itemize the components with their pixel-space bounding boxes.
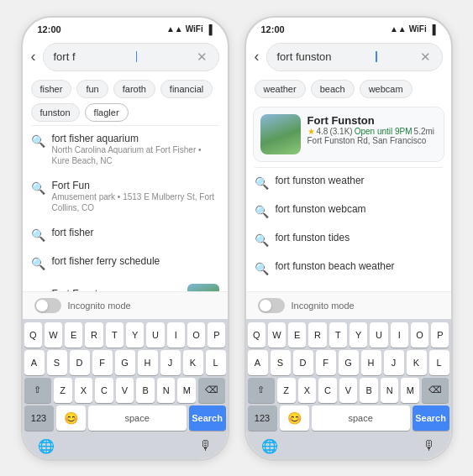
key-emoji[interactable]: 😊 [56, 405, 86, 431]
key2-c[interactable]: C [318, 378, 337, 403]
key2-j[interactable]: J [384, 350, 404, 375]
globe-icon-1[interactable]: 🌐 [38, 438, 55, 454]
key-k[interactable]: K [183, 350, 203, 375]
key-c[interactable]: C [95, 378, 113, 403]
incognito-toggle-1[interactable] [34, 298, 61, 313]
key-o[interactable]: O [187, 322, 205, 348]
key2-w[interactable]: W [268, 322, 286, 348]
suggestion-fort-fisher[interactable]: 🔍 fort fisher [23, 220, 228, 248]
key2-123[interactable]: 123 [248, 405, 277, 431]
back-button-2[interactable]: ‹ [255, 48, 260, 65]
search-input-1[interactable]: fort f ✕ [43, 43, 219, 71]
key2-b[interactable]: B [360, 378, 378, 403]
suggestion-fort-fisher-ferry[interactable]: 🔍 fort fisher ferry schedule [23, 248, 228, 277]
key-t[interactable]: T [106, 322, 124, 348]
key2-v[interactable]: V [339, 378, 358, 403]
key2-y[interactable]: Y [349, 322, 367, 348]
key2-a[interactable]: A [248, 350, 268, 375]
key2-q[interactable]: Q [248, 322, 265, 348]
key-a[interactable]: A [24, 350, 45, 375]
key-n[interactable]: N [157, 378, 176, 403]
key2-k[interactable]: K [407, 350, 427, 375]
suggestion-fort-funston-1[interactable]: 🔍 Fort Funston Park • Fort Funston Rd, S… [23, 277, 228, 291]
key-m[interactable]: M [177, 378, 196, 403]
mic-icon-2[interactable]: 🎙 [423, 438, 436, 453]
key-v[interactable]: V [116, 378, 134, 403]
suggestion-2-beach-weather[interactable]: 🔍 fort funston beach weather [246, 254, 451, 282]
key-x[interactable]: X [75, 378, 93, 403]
chip-funston[interactable]: funston [31, 103, 80, 122]
key2-h[interactable]: H [361, 350, 381, 375]
chip-beach[interactable]: beach [311, 80, 355, 98]
key-space[interactable]: space [88, 405, 187, 431]
key-e[interactable]: E [65, 322, 82, 348]
search-input-2[interactable]: fort funston ✕ [266, 43, 443, 71]
key-j[interactable]: J [160, 350, 181, 375]
key2-space[interactable]: space [312, 405, 410, 431]
key-h[interactable]: H [138, 350, 158, 375]
key2-emoji[interactable]: 😊 [280, 405, 309, 431]
key2-x[interactable]: X [298, 378, 317, 403]
key2-g[interactable]: G [339, 350, 359, 375]
keyboard-2: Q W E R T Y U I O P A S D F G H J K L ⇧ … [246, 319, 451, 435]
key2-d[interactable]: D [293, 350, 313, 375]
chip-faroth[interactable]: faroth [113, 80, 155, 98]
key-shift[interactable]: ⇧ [24, 378, 51, 403]
key-l[interactable]: L [206, 350, 226, 375]
key2-p[interactable]: P [431, 322, 449, 348]
chip-fisher[interactable]: fisher [31, 80, 72, 98]
key-d[interactable]: D [70, 350, 90, 375]
suggestion-fort-fun[interactable]: 🔍 Fort Fun Amusement park • 1513 E Mulbe… [23, 173, 228, 220]
chip-weather[interactable]: weather [255, 80, 306, 98]
key2-m[interactable]: M [401, 378, 419, 403]
suggestion-fisher-aquarium[interactable]: 🔍 fort fisher aquarium North Carolina Aq… [23, 126, 228, 173]
place-card-rating: ★ 4.8 (3.1K) Open until 9PM 5.2mi [307, 127, 437, 136]
keyboard-row-2c: ⇧ Z X C V B N M ⌫ [248, 378, 449, 403]
key2-l[interactable]: L [429, 350, 449, 375]
key-y[interactable]: Y [126, 322, 144, 348]
mic-icon-1[interactable]: 🎙 [199, 438, 213, 453]
key-u[interactable]: U [146, 322, 164, 348]
cursor-1 [136, 51, 138, 62]
key-q[interactable]: Q [24, 322, 42, 348]
key2-shift[interactable]: ⇧ [248, 378, 275, 403]
globe-icon-2[interactable]: 🌐 [261, 438, 278, 454]
key-r[interactable]: R [85, 322, 102, 348]
chip-fun[interactable]: fun [76, 80, 108, 98]
key-i[interactable]: I [167, 322, 185, 348]
suggestion-2-weather[interactable]: 🔍 fort funston weather [246, 168, 451, 196]
key-z[interactable]: Z [54, 378, 72, 403]
clear-icon-1[interactable]: ✕ [197, 50, 208, 65]
back-button-1[interactable]: ‹ [31, 48, 36, 65]
key-123[interactable]: 123 [24, 405, 54, 431]
chip-webcam[interactable]: webcam [360, 80, 413, 98]
chip-flagler[interactable]: flagler [85, 103, 129, 122]
chip-financial[interactable]: financial [160, 80, 213, 98]
key2-n[interactable]: N [381, 378, 399, 403]
key2-o[interactable]: O [411, 322, 428, 348]
key2-f[interactable]: F [316, 350, 336, 375]
key-g[interactable]: G [115, 350, 135, 375]
search-button-2[interactable]: Search [413, 405, 449, 431]
key2-s[interactable]: S [271, 350, 291, 375]
place-card[interactable]: Fort Funston ★ 4.8 (3.1K) Open until 9PM… [253, 107, 444, 162]
key2-backspace[interactable]: ⌫ [422, 378, 449, 403]
key2-e[interactable]: E [288, 322, 306, 348]
key2-r[interactable]: R [308, 322, 326, 348]
suggestion-2-tides[interactable]: 🔍 fort funston tides [246, 225, 451, 254]
search-button-1[interactable]: Search [189, 405, 226, 431]
key2-u[interactable]: U [370, 322, 387, 348]
key-w[interactable]: W [45, 322, 62, 348]
key2-t[interactable]: T [329, 322, 347, 348]
key-backspace[interactable]: ⌫ [198, 378, 225, 403]
key-b[interactable]: B [136, 378, 155, 403]
search-icon-s1: 🔍 [31, 134, 45, 148]
key-p[interactable]: P [208, 322, 225, 348]
key-f[interactable]: F [92, 350, 113, 375]
key-s[interactable]: S [47, 350, 67, 375]
suggestion-2-webcam[interactable]: 🔍 fort funston webcam [246, 196, 451, 225]
key2-i[interactable]: I [391, 322, 408, 348]
clear-icon-2[interactable]: ✕ [420, 50, 431, 65]
incognito-toggle-2[interactable] [258, 298, 285, 313]
key2-z[interactable]: Z [277, 378, 296, 403]
